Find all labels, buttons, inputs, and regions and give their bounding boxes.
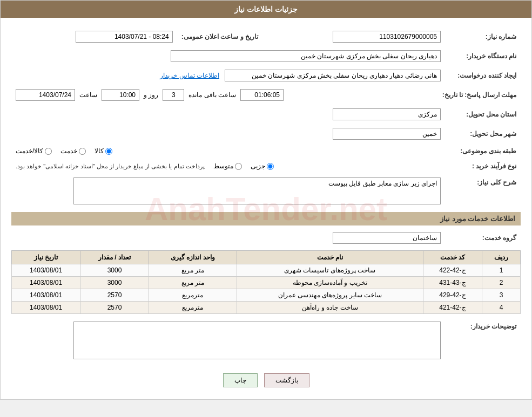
buyer-notes-value xyxy=(73,322,441,359)
category-kala[interactable]: کالا xyxy=(95,147,112,155)
need-number-label: شماره نیاز: xyxy=(445,29,521,45)
table-cell-code: ج-43-431 xyxy=(423,277,482,289)
need-desc-label: شرح کلی نیاز: xyxy=(445,175,521,207)
announce-date-value: 1403/07/21 - 08:24 xyxy=(76,31,173,43)
need-number-value: 1103102679000005 xyxy=(333,31,441,43)
province-value: مرکزی xyxy=(333,108,441,120)
reply-time-label: ساعت xyxy=(79,91,97,99)
table-cell-code: ج-42-421 xyxy=(423,302,482,314)
table-cell-unit: مترمربع xyxy=(149,289,237,302)
table-cell-qty: 2570 xyxy=(80,289,149,302)
contact-link[interactable]: اطلاعات تماس خریدار xyxy=(160,72,219,79)
table-cell-date: 1403/08/01 xyxy=(12,264,80,277)
buyer-org-label: نام دستگاه خریدار: xyxy=(445,48,521,64)
reply-deadline-label: مهلت ارسال پاسخ: تا تاریخ: xyxy=(438,87,521,103)
province-label: استان محل تحویل: xyxy=(445,106,521,122)
reply-remaining: 01:06:05 xyxy=(240,89,284,101)
col-header-unit: واحد اندازه گیری xyxy=(149,251,237,264)
col-header-row: ردیف xyxy=(482,251,521,264)
reply-remaining-label: ساعت باقی مانده xyxy=(188,91,236,99)
table-row: 2ج-43-431تخریب و آماده‌سازی محوطهمتر مرب… xyxy=(12,277,521,289)
col-header-name: نام خدمت xyxy=(237,251,423,264)
city-label: شهر محل تحویل: xyxy=(445,126,521,142)
reply-days-label: روز و xyxy=(144,91,158,99)
category-label: طبقه بندی موضوعی: xyxy=(445,145,521,157)
button-row: بازگشت چاپ xyxy=(11,367,521,394)
table-cell-row: 2 xyxy=(482,277,521,289)
table-cell-name: تخریب و آماده‌سازی محوطه xyxy=(237,277,423,289)
announce-date-label: تاریخ و ساعت اعلان عمومی: xyxy=(177,29,262,45)
table-cell-name: ساخت پروژه‌های تاسیسات شهری xyxy=(237,264,423,277)
table-cell-date: 1403/08/01 xyxy=(12,289,80,302)
service-group-label: گروه خدمت: xyxy=(445,230,521,246)
creator-label: ایجاد کننده درخواست: xyxy=(445,67,521,84)
reply-time: 10:00 xyxy=(102,89,139,101)
table-cell-date: 1403/08/01 xyxy=(12,277,80,289)
print-button[interactable]: چاپ xyxy=(223,373,258,387)
col-header-code: کد خدمت xyxy=(423,251,482,264)
table-cell-code: ج-42-422 xyxy=(423,264,482,277)
table-row: 4ج-42-421ساخت جاده و راه‌آهنمترمربع25701… xyxy=(12,302,521,314)
creator-value: هانی رضائی دهیار دهیاری ریحان سفلی بخش م… xyxy=(225,70,441,81)
city-value: خمین xyxy=(333,128,441,140)
table-cell-row: 1 xyxy=(482,264,521,277)
table-cell-code: ج-42-429 xyxy=(423,289,482,302)
buyer-notes-label: توضیحات خریدار: xyxy=(445,319,521,364)
purchase-type-label: نوع فرآیند خرید : xyxy=(445,160,521,172)
table-row: 1ج-42-422ساخت پروژه‌های تاسیسات شهریمتر … xyxy=(12,264,521,277)
table-cell-row: 4 xyxy=(482,302,521,314)
need-desc-value: اجرای زیر سازی معابر طبق فایل پیوست xyxy=(73,177,441,204)
table-cell-row: 3 xyxy=(482,289,521,302)
purchase-desc: پرداخت تمام یا بخشی از مبلغ خریدار از مح… xyxy=(16,163,205,170)
service-group-value: ساختمان xyxy=(333,232,441,244)
table-cell-qty: 3000 xyxy=(80,277,149,289)
table-cell-unit: مترمربع xyxy=(149,302,237,314)
table-cell-name: ساخت سایر پروژه‌های مهندسی عمران xyxy=(237,289,423,302)
table-cell-name: ساخت جاده و راه‌آهن xyxy=(237,302,423,314)
purchase-jozi[interactable]: جزیی xyxy=(251,162,274,170)
page-title: جزئیات اطلاعات نیاز xyxy=(234,5,298,13)
buyer-org-value: دهیاری ریحان سفلی بخش مرکزی شهرستان خمین xyxy=(171,50,441,62)
page-header: جزئیات اطلاعات نیاز xyxy=(1,1,531,18)
table-cell-unit: متر مربع xyxy=(149,277,237,289)
col-header-date: تاریخ نیاز xyxy=(12,251,80,264)
table-cell-qty: 3000 xyxy=(80,264,149,277)
col-header-qty: تعداد / مقدار xyxy=(80,251,149,264)
back-button[interactable]: بازگشت xyxy=(264,373,309,387)
services-table: ردیف کد خدمت نام خدمت واحد اندازه گیری ت… xyxy=(11,250,521,314)
purchase-motawaset[interactable]: متوسط xyxy=(213,162,242,170)
reply-days: 3 xyxy=(163,89,184,101)
category-kala-khedmat[interactable]: کالا/خدمت xyxy=(16,147,52,155)
services-section-title: اطلاعات خدمات مورد نیاز xyxy=(11,212,521,225)
category-khedmat[interactable]: خدمت xyxy=(60,147,86,155)
reply-date: 1403/07/24 xyxy=(16,89,75,101)
table-cell-qty: 2570 xyxy=(80,302,149,314)
table-cell-date: 1403/08/01 xyxy=(12,302,80,314)
table-row: 3ج-42-429ساخت سایر پروژه‌های مهندسی عمرا… xyxy=(12,289,521,302)
table-cell-unit: متر مربع xyxy=(149,264,237,277)
